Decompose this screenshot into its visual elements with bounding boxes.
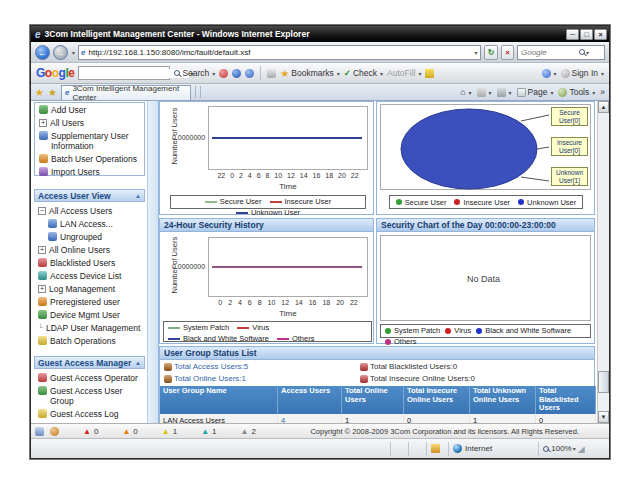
sidebar-item-device-mgmt-user[interactable]: Device Mgmt User xyxy=(34,308,145,321)
favorites-center-icon[interactable]: ★ xyxy=(35,87,44,98)
info-alarm-icon: ▲ xyxy=(241,427,249,436)
home-button[interactable]: ⌂▾ xyxy=(460,87,471,97)
title-bar: e 3Com Intelligent Management Center - W… xyxy=(31,26,609,42)
google-search-box: ▾ xyxy=(78,66,170,80)
guest-access-log-icon xyxy=(38,409,47,418)
table-header-row: User Group Name Access Users Total Onlin… xyxy=(160,386,596,414)
alarm-info[interactable]: ▲2 xyxy=(241,427,256,436)
sidebar-item-lan-access[interactable]: LAN Access... xyxy=(34,217,145,230)
total-access-users[interactable]: Total Access Users:5 xyxy=(164,362,248,371)
address-input[interactable] xyxy=(88,48,470,57)
vertical-scrollbar[interactable]: ▲ ▼ xyxy=(597,101,609,423)
alarm-minor[interactable]: ▲1 xyxy=(162,427,177,436)
alarm-major[interactable]: ▲0 xyxy=(122,427,137,436)
address-dropdown-icon[interactable]: ▾ xyxy=(475,49,478,56)
sidebar-item-guest-access-log[interactable]: Guest Access Log xyxy=(34,407,145,420)
google-logo: Google xyxy=(36,66,74,80)
alarm-browse-icon[interactable] xyxy=(35,427,44,436)
sidebar-item-all-access-users[interactable]: −All Access Users xyxy=(34,204,145,217)
total-online-users[interactable]: Total Online Users:1 xyxy=(164,374,246,383)
guest-access-operator-icon xyxy=(38,373,47,382)
sidebar-item-all-users[interactable]: +All Users xyxy=(35,116,144,129)
popup-blocker-icon[interactable] xyxy=(267,69,276,78)
sidebar-item-ungrouped[interactable]: Ungrouped xyxy=(34,230,145,243)
tab-3com-imc[interactable]: e 3Com Intelligent Management Center xyxy=(61,85,191,100)
refresh-button[interactable]: ↻ xyxy=(484,45,499,60)
scroll-down-button[interactable]: ▼ xyxy=(598,411,609,423)
toolbar-overflow-chevron[interactable]: » xyxy=(600,87,605,97)
forward-button[interactable]: → xyxy=(53,45,68,60)
collapse-tree-icon[interactable]: − xyxy=(38,207,46,215)
search-icon[interactable] xyxy=(579,49,585,55)
page-menu-button[interactable]: Page▾ xyxy=(517,87,554,97)
sidebar-item-guest-access-user-group[interactable]: Guest Access User Group xyxy=(34,384,145,407)
sec-history-xlabel: Time xyxy=(208,309,368,318)
section-header-access-user-view[interactable]: Access User View ▲ xyxy=(34,189,145,202)
autofill-button[interactable]: AutoFill ▾ xyxy=(387,68,421,78)
sidebar-item-ldap-user-management[interactable]: └LDAP User Management xyxy=(34,321,145,334)
sidebar-item-import-users[interactable]: Import Users xyxy=(35,165,144,178)
resize-grip-icon[interactable]: ◢ xyxy=(578,444,585,454)
scroll-up-button[interactable]: ▲ xyxy=(598,101,609,113)
sec-day-legend: System Patch Virus Black and White Softw… xyxy=(380,324,591,338)
panel-24h-security-history: 24-Hour Security History Number of Users… xyxy=(159,218,374,344)
zoom-control[interactable]: 100% ▾ ◢ xyxy=(539,442,609,456)
alarm-warning[interactable]: ▲1 xyxy=(201,427,216,436)
wrench-icon xyxy=(542,69,551,78)
add-gadget-icon[interactable] xyxy=(245,69,254,78)
scrollbar-thumb[interactable] xyxy=(598,371,609,393)
import-users-icon xyxy=(39,167,48,176)
sphere-icon[interactable] xyxy=(232,69,241,78)
stop-button[interactable]: × xyxy=(501,45,514,60)
legend-line-insecure xyxy=(270,201,282,203)
sidebar-item-access-device-list[interactable]: Access Device List xyxy=(34,269,145,282)
sidebar-item-batch-operations[interactable]: Batch Operations xyxy=(34,334,145,347)
legend-dot-secure xyxy=(396,199,402,205)
total-online-users-icon xyxy=(164,375,172,383)
sidebar-item-preregistered-user[interactable]: Preregistered user xyxy=(34,295,145,308)
expand-icon[interactable]: + xyxy=(38,285,46,293)
pagerank-icon[interactable] xyxy=(219,69,228,78)
legend-dot-virus xyxy=(445,328,451,334)
access-users-link[interactable]: 4 xyxy=(278,414,342,424)
add-favorite-icon[interactable]: ★ xyxy=(48,87,57,98)
sidebar-item-all-online-users[interactable]: +All Online Users xyxy=(34,243,145,256)
sidebar-item-log-management[interactable]: +Log Management xyxy=(34,282,145,295)
sidebar-item-guest-access-operator[interactable]: Guest Access Operator xyxy=(34,371,145,384)
expand-icon[interactable]: + xyxy=(39,119,47,127)
batch-operations-icon xyxy=(38,336,47,345)
back-button[interactable]: ← xyxy=(35,45,50,60)
signin-button[interactable]: Sign In ▾ xyxy=(561,68,604,78)
expand-icon[interactable]: + xyxy=(38,246,46,254)
print-button[interactable]: ▾ xyxy=(497,88,512,97)
sidebar-splitter[interactable] xyxy=(148,101,159,423)
toolbar-settings-button[interactable]: ▾ xyxy=(542,69,557,78)
spellcheck-button[interactable]: ✓ Check ▾ xyxy=(344,68,383,78)
maximize-button[interactable]: □ xyxy=(580,29,593,40)
google-search-button[interactable]: Search ▾ xyxy=(174,68,215,78)
bookmarks-button[interactable]: ★ Bookmarks ▾ xyxy=(280,68,340,79)
sidebar-item-batch-user-operations[interactable]: Batch User Operations xyxy=(35,152,144,165)
sec-history-series-line xyxy=(212,266,362,268)
check-icon: ✓ xyxy=(344,68,351,78)
close-button[interactable]: × xyxy=(594,29,607,40)
search-input[interactable] xyxy=(521,48,579,57)
collapse-icon[interactable]: ▲ xyxy=(135,193,141,199)
user-pie-legend: Secure User Insecure User Unknown User xyxy=(389,195,583,209)
section-header-guest-access-manager[interactable]: Guest Access Manager ▲ xyxy=(34,356,145,369)
user-history-ytick: 0.0000000 xyxy=(172,134,205,141)
feeds-button[interactable]: ▾ xyxy=(477,88,492,97)
tools-gear-icon xyxy=(558,88,567,97)
sidebar-item-supplementary-user-information[interactable]: Supplementary User Information xyxy=(35,129,144,152)
tools-menu-button[interactable]: Tools▾ xyxy=(558,87,595,97)
highlighter-icon[interactable] xyxy=(425,69,434,78)
panel-header-security-chart-day: Security Chart of the Day 00:00:00-23:00… xyxy=(377,219,594,232)
history-dropdown-icon[interactable]: ▾ xyxy=(72,49,75,56)
google-search-input[interactable] xyxy=(79,69,189,78)
collapse-icon[interactable]: ▲ xyxy=(135,360,141,366)
sidebar-item-add-user[interactable]: Add User xyxy=(35,103,144,116)
alarm-sound-icon[interactable] xyxy=(50,427,59,436)
minimize-button[interactable]: ─ xyxy=(566,29,579,40)
sidebar-item-blacklisted-users[interactable]: Blacklisted Users xyxy=(34,256,145,269)
alarm-critical[interactable]: ▲0 xyxy=(83,427,98,436)
